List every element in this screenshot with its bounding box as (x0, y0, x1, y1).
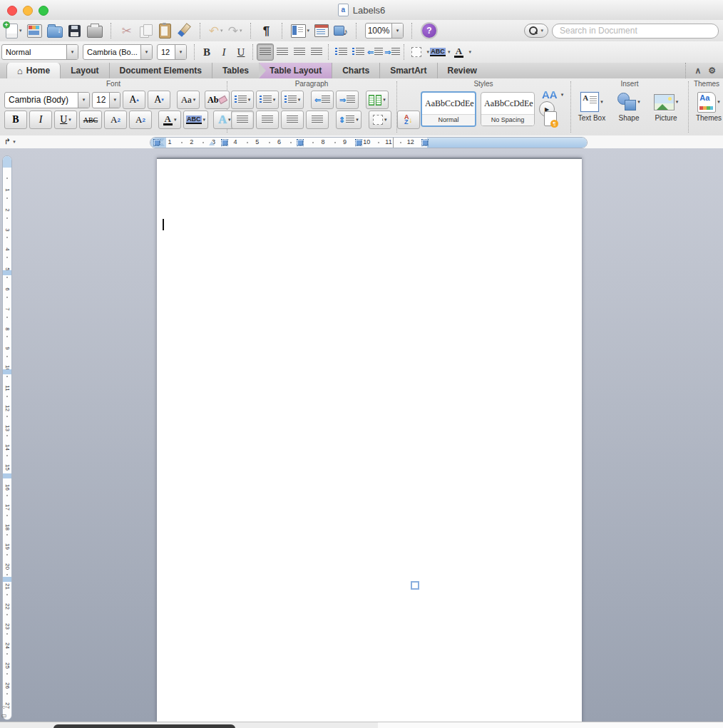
zoom-value[interactable]: 100% (366, 26, 391, 36)
tab-table-layout[interactable]: Table Layout (260, 63, 332, 78)
table-column-marker[interactable] (222, 140, 227, 145)
search-scope-button[interactable]: ▾ (524, 24, 548, 38)
size-combo[interactable]: 12 ▾ (157, 44, 187, 60)
zoom-dropdown-button[interactable]: ▾ (391, 24, 403, 38)
underline-button[interactable]: U (232, 43, 250, 61)
copy-button[interactable] (139, 22, 153, 39)
toolbox-button[interactable] (314, 22, 329, 39)
table-row-marker[interactable] (3, 577, 11, 582)
chevron-down-icon[interactable]: ▾ (384, 117, 387, 123)
chevron-down-icon[interactable]: ▾ (468, 49, 471, 55)
bulleted-list-button[interactable] (349, 43, 366, 61)
ribbon-justify-button[interactable] (306, 111, 329, 129)
ribbon-align-center-button[interactable] (256, 111, 279, 129)
grow-font-button[interactable]: A▴ (123, 91, 145, 109)
document-area[interactable]: 1234567891011121314151617181920212223242… (0, 148, 723, 722)
change-styles-button[interactable]: AA (542, 88, 558, 101)
justify-button[interactable] (308, 43, 325, 61)
superscript-button[interactable]: A2 (104, 111, 127, 129)
chevron-down-icon[interactable]: ▾ (248, 97, 251, 103)
shrink-font-button[interactable]: A▾ (148, 91, 170, 109)
columns-button[interactable]: ▾ (366, 91, 389, 109)
paste-button[interactable] (158, 22, 173, 39)
align-left-button[interactable] (257, 43, 274, 61)
ribbon-font-color-button[interactable]: A▾ (158, 111, 181, 129)
chevron-down-icon[interactable]: ▾ (240, 28, 242, 34)
indent-marker[interactable] (159, 138, 165, 147)
style-card-normal[interactable]: AaBbCcDdEe Normal (421, 91, 476, 127)
ribbon-highlight-button[interactable]: ABC▾ (183, 111, 208, 129)
strikethrough-button[interactable]: ABC (79, 111, 102, 129)
ribbon-settings-gear-icon[interactable]: ⚙ (708, 66, 716, 76)
document-page[interactable] (157, 158, 582, 722)
chevron-down-icon[interactable]: ▾ (140, 45, 152, 59)
ribbon-font-combo[interactable]: Cambria (Body) ▾ (4, 92, 90, 108)
line-spacing-button[interactable]: ⇕ ▾ (336, 111, 362, 129)
hanging-indent-marker[interactable] (209, 141, 215, 145)
chevron-down-icon[interactable]: ▾ (600, 99, 603, 105)
highlight-button[interactable]: ABC (429, 43, 446, 61)
change-case-button[interactable]: Aa▾ (177, 91, 200, 109)
chevron-down-icon[interactable]: ▾ (203, 117, 206, 123)
increase-indent-button[interactable]: ⇒ (384, 43, 401, 61)
tab-layout[interactable]: Layout (61, 63, 109, 78)
format-painter-button[interactable] (178, 22, 192, 39)
chevron-down-icon[interactable]: ▾ (193, 97, 196, 103)
ribbon-decrease-indent-button[interactable]: ⇐ (311, 91, 334, 109)
chevron-down-icon[interactable]: ▾ (540, 28, 543, 34)
insert-text-box-button[interactable]: A ▾ Text Box (575, 91, 609, 122)
chevron-down-icon[interactable]: ▾ (109, 93, 120, 108)
borders-button[interactable] (408, 43, 425, 61)
table-column-marker[interactable] (422, 140, 428, 145)
new-document-button[interactable]: + ▾ (6, 22, 22, 39)
table-column-marker[interactable] (297, 140, 303, 145)
sidebar-view-button[interactable]: ▾ (291, 22, 310, 39)
vertical-ruler[interactable]: 1234567891011121314151617181920212223242… (2, 155, 12, 720)
chevron-down-icon[interactable]: ▾ (298, 97, 301, 103)
chevron-down-icon[interactable]: ▾ (66, 45, 78, 59)
cut-button[interactable]: ✂ (120, 22, 134, 39)
ribbon-size-combo[interactable]: 12 ▾ (92, 92, 120, 108)
document-proxy-icon[interactable]: a (338, 4, 349, 16)
media-browser-button[interactable]: ♪ (334, 22, 348, 39)
chevron-down-icon[interactable]: ▾ (273, 97, 276, 103)
table-column-marker[interactable] (356, 140, 362, 145)
chevron-down-icon[interactable]: ▾ (717, 99, 720, 105)
horizontal-scrollbar[interactable] (0, 722, 723, 728)
chevron-down-icon[interactable]: ▾ (676, 99, 679, 105)
font-combo[interactable]: Cambria (Bo... ▾ (83, 44, 153, 60)
chevron-down-icon[interactable]: ▾ (383, 97, 386, 103)
scrollbar-thumb[interactable] (53, 724, 235, 728)
chevron-down-icon[interactable]: ▾ (220, 28, 223, 34)
table-row-marker[interactable] (3, 473, 11, 478)
ribbon-increase-indent-button[interactable]: ⇒ (336, 91, 359, 109)
insert-picture-button[interactable]: ▾ Picture (649, 91, 683, 122)
tab-review[interactable]: Review (438, 63, 487, 78)
tab-tables[interactable]: Tables (212, 63, 260, 78)
chevron-down-icon[interactable]: ▾ (356, 117, 359, 123)
style-combo[interactable]: Normal ▾ (1, 44, 78, 60)
italic-button[interactable]: I (215, 43, 232, 61)
tab-smartart[interactable]: SmartArt (380, 63, 437, 78)
chevron-down-icon[interactable]: ▾ (175, 45, 186, 59)
undo-button[interactable]: ↶ ▾ (209, 22, 223, 39)
chevron-down-icon[interactable]: ▾ (78, 93, 89, 108)
numbering-button[interactable]: ▾ (256, 91, 279, 109)
gallery-button[interactable] (27, 22, 42, 39)
tab-home[interactable]: ⌂ Home (6, 63, 61, 78)
chevron-down-icon[interactable]: ▾ (561, 92, 564, 98)
clear-formatting-button[interactable]: Ab (205, 91, 230, 109)
style-card-no-spacing[interactable]: AaBbCcDdEe No Spacing (481, 92, 535, 126)
chevron-down-icon[interactable]: ▾ (637, 99, 640, 105)
show-formatting-marks-button[interactable]: ¶ (260, 22, 274, 39)
zoom-control[interactable]: 100% ▾ (365, 23, 404, 39)
table-row-marker[interactable] (3, 369, 11, 374)
ribbon-borders-button[interactable]: ▾ (369, 111, 391, 129)
multilevel-list-button[interactable]: ▾ (281, 91, 304, 109)
align-right-button[interactable] (291, 43, 308, 61)
ribbon-bold-button[interactable]: B (4, 111, 27, 129)
themes-button[interactable]: Aa ▾ Themes (692, 91, 723, 122)
save-button[interactable] (68, 22, 82, 39)
chevron-down-icon[interactable]: ▾ (307, 28, 310, 34)
ribbon-align-right-button[interactable] (281, 111, 304, 129)
